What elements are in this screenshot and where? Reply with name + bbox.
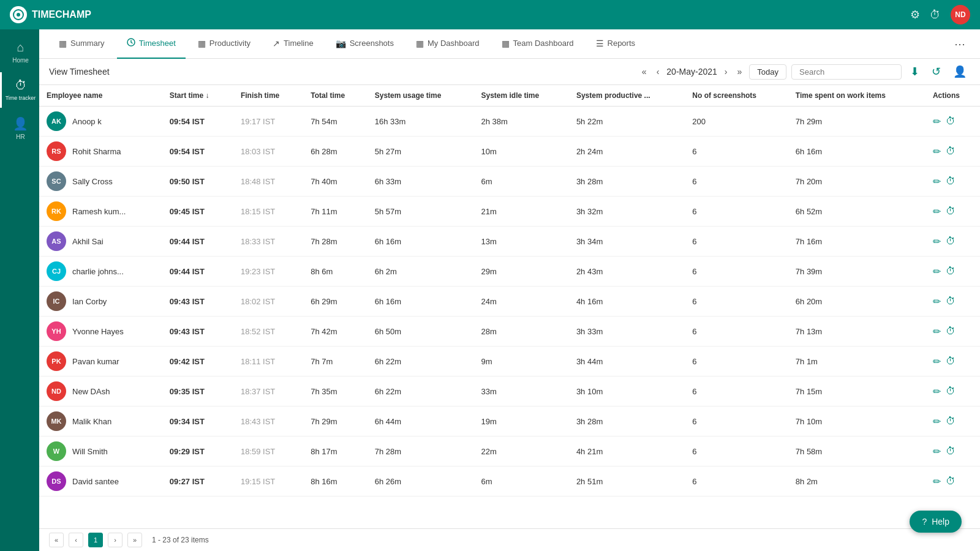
edit-icon[interactable]: ✏ xyxy=(933,356,941,367)
sys-usage-cell: 6h 22m xyxy=(368,377,474,407)
employee-avatar: DS xyxy=(47,471,66,491)
col-start-time[interactable]: Start time ↓ xyxy=(162,85,233,107)
employee-name-cell: CJ charlie johns... xyxy=(39,257,162,287)
time-icon[interactable]: ⏱ xyxy=(946,386,956,397)
pagination-info: 1 - 23 of 23 items xyxy=(152,536,209,544)
table-row: AS Akhil Sai 09:44 IST 18:33 IST 7h 28m … xyxy=(39,227,980,257)
settings-icon[interactable]: ⚙ xyxy=(910,8,920,21)
date-last-btn[interactable]: » xyxy=(735,66,745,78)
top-bar: TIMECHAMP ⚙ ⏱ ND xyxy=(0,0,980,29)
work-items-cell: 7h 39m xyxy=(788,257,925,287)
time-icon[interactable]: ⏱ xyxy=(946,416,956,427)
edit-icon[interactable]: ✏ xyxy=(933,236,941,247)
finish-time-cell: 19:15 IST xyxy=(233,467,303,497)
clock-icon[interactable]: ⏱ xyxy=(930,9,941,21)
edit-icon[interactable]: ✏ xyxy=(933,326,941,337)
tab-productivity-label: Productivity xyxy=(209,39,251,48)
employee-name: New DAsh xyxy=(72,387,110,396)
edit-icon[interactable]: ✏ xyxy=(933,386,941,397)
time-icon[interactable]: ⏱ xyxy=(946,266,956,277)
tab-reports[interactable]: ☰ Reports xyxy=(586,29,646,59)
sidebar-item-hr[interactable]: 👤 HR xyxy=(0,110,39,146)
sys-idle-cell: 33m xyxy=(473,377,568,407)
download-icon[interactable]: ⬇ xyxy=(907,64,923,80)
employee-name: David santee xyxy=(72,477,119,486)
sys-prod-cell: 2h 51m xyxy=(569,467,685,497)
tab-screenshots[interactable]: 📷 Screenshots xyxy=(326,29,404,59)
time-icon[interactable]: ⏱ xyxy=(946,476,956,487)
more-tabs-btn[interactable]: ⋯ xyxy=(949,35,970,53)
sidebar-label-timetracker: Time tracker xyxy=(6,95,36,102)
tab-timeline[interactable]: ↗ Timeline xyxy=(263,29,323,59)
employee-name-cell: SC Sally Cross xyxy=(39,167,162,197)
date-next-btn[interactable]: › xyxy=(722,66,730,78)
finish-time-cell: 18:59 IST xyxy=(233,437,303,467)
edit-icon[interactable]: ✏ xyxy=(933,446,941,457)
my-dashboard-tab-icon: ▦ xyxy=(416,39,424,48)
sys-usage-cell: 16h 33m xyxy=(368,107,474,137)
employee-avatar: IC xyxy=(47,291,66,311)
edit-icon[interactable]: ✏ xyxy=(933,176,941,187)
table-row: AK Anoop k 09:54 IST 19:17 IST 7h 54m 16… xyxy=(39,107,980,137)
tab-my-dashboard[interactable]: ▦ My Dashboard xyxy=(406,29,489,59)
work-items-cell: 7h 15m xyxy=(788,377,925,407)
time-icon[interactable]: ⏱ xyxy=(946,116,956,127)
search-input[interactable] xyxy=(791,64,902,80)
total-time-cell: 7h 29m xyxy=(303,407,367,437)
user-avatar[interactable]: ND xyxy=(951,5,970,24)
start-time-cell: 09:35 IST xyxy=(162,377,233,407)
tab-summary[interactable]: ▦ Summary xyxy=(49,29,115,59)
sys-idle-cell: 13m xyxy=(473,227,568,257)
time-icon[interactable]: ⏱ xyxy=(946,446,956,457)
team-dashboard-tab-icon: ▦ xyxy=(502,39,510,48)
timesheet-table: Employee name Start time ↓ Finish time T… xyxy=(39,85,980,497)
screenshots-cell: 6 xyxy=(685,167,788,197)
user-add-icon[interactable]: 👤 xyxy=(949,64,970,80)
tab-team-dashboard[interactable]: ▦ Team Dashboard xyxy=(492,29,584,59)
sidebar-item-timetracker[interactable]: ⏱ Time tracker xyxy=(0,72,39,108)
edit-icon[interactable]: ✏ xyxy=(933,416,941,427)
employee-avatar: AK xyxy=(47,111,66,131)
finish-time-cell: 18:48 IST xyxy=(233,167,303,197)
page-1-btn[interactable]: 1 xyxy=(88,533,103,547)
employee-name-cell: DS David santee xyxy=(39,467,162,497)
today-button[interactable]: Today xyxy=(749,64,786,80)
time-icon[interactable]: ⏱ xyxy=(946,296,956,307)
date-display: 20-May-2021 xyxy=(666,67,717,77)
time-icon[interactable]: ⏱ xyxy=(946,206,956,217)
tab-my-dashboard-label: My Dashboard xyxy=(428,39,480,48)
tab-timesheet[interactable]: Timesheet xyxy=(117,29,186,59)
edit-icon[interactable]: ✏ xyxy=(933,146,941,157)
date-first-btn[interactable]: « xyxy=(639,66,649,78)
employee-name-cell: MK Malik Khan xyxy=(39,407,162,437)
total-time-cell: 7h 42m xyxy=(303,317,367,347)
time-icon[interactable]: ⏱ xyxy=(946,236,956,247)
edit-icon[interactable]: ✏ xyxy=(933,296,941,307)
time-icon[interactable]: ⏱ xyxy=(946,326,956,337)
employee-name: Anoop k xyxy=(72,117,102,126)
time-icon[interactable]: ⏱ xyxy=(946,356,956,367)
edit-icon[interactable]: ✏ xyxy=(933,206,941,217)
time-icon[interactable]: ⏱ xyxy=(946,146,956,157)
page-last-btn[interactable]: » xyxy=(127,533,142,547)
work-items-cell: 7h 20m xyxy=(788,167,925,197)
help-button[interactable]: ? Help xyxy=(910,511,962,533)
date-prev-btn[interactable]: ‹ xyxy=(654,66,662,78)
time-icon[interactable]: ⏱ xyxy=(946,176,956,187)
sys-usage-cell: 7h 28m xyxy=(368,437,474,467)
page-first-btn[interactable]: « xyxy=(49,533,64,547)
screenshots-cell: 6 xyxy=(685,347,788,377)
finish-time-cell: 18:11 IST xyxy=(233,347,303,377)
refresh-icon[interactable]: ↺ xyxy=(928,64,944,80)
edit-icon[interactable]: ✏ xyxy=(933,116,941,127)
employee-name: Ian Corby xyxy=(72,297,107,306)
sidebar-item-home[interactable]: ⌂ Home xyxy=(0,34,39,70)
page-prev-btn[interactable]: ‹ xyxy=(69,533,83,547)
page-next-btn[interactable]: › xyxy=(108,533,123,547)
tab-productivity[interactable]: ▦ Productivity xyxy=(188,29,260,59)
edit-icon[interactable]: ✏ xyxy=(933,476,941,487)
edit-icon[interactable]: ✏ xyxy=(933,266,941,277)
sys-prod-cell: 4h 21m xyxy=(569,437,685,467)
table-row: CJ charlie johns... 09:44 IST 19:23 IST … xyxy=(39,257,980,287)
col-work-items: Time spent on work items xyxy=(788,85,925,107)
